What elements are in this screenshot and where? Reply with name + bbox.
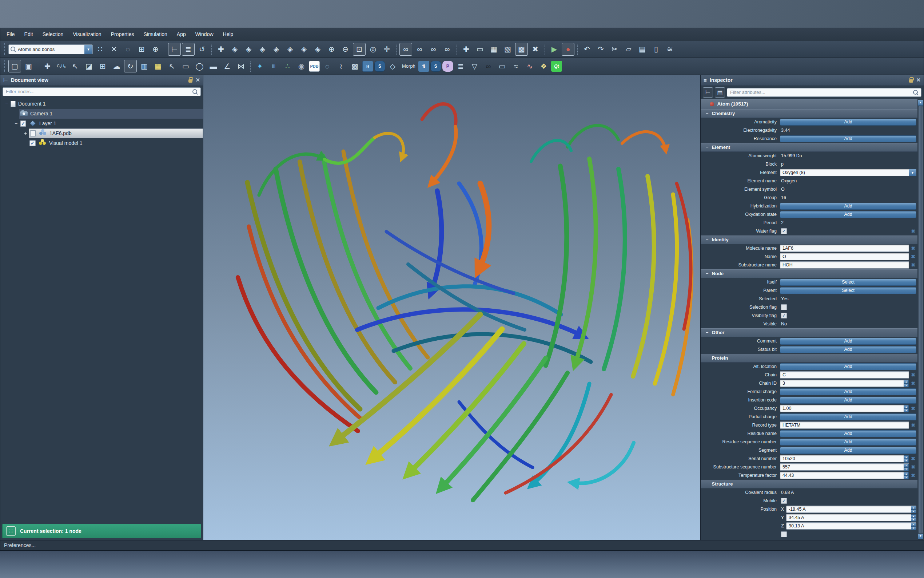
center-view-button[interactable]: ◎ xyxy=(367,43,379,56)
menu-properties[interactable]: Properties xyxy=(106,28,139,41)
itself-select-button[interactable]: Select xyxy=(780,279,916,286)
residue-name-add-button[interactable]: Add xyxy=(780,430,916,437)
layers-button[interactable]: ≋ xyxy=(663,43,676,56)
viewport-3d[interactable] xyxy=(203,75,700,540)
toolbar-handle[interactable] xyxy=(4,43,6,55)
scroll-up-button[interactable]: ▲ xyxy=(918,100,923,106)
alt-location-add-button[interactable]: Add xyxy=(780,363,916,370)
substructure-sequence-number-spinner[interactable]: 557▴▾ xyxy=(780,463,909,471)
viewport-snapshot-button[interactable]: ▣ xyxy=(22,60,35,72)
capsule-app-button[interactable]: ▭ xyxy=(496,60,508,72)
periodic-table-tool-button[interactable]: ▦ xyxy=(152,60,164,72)
section-header-chemistry[interactable]: −Chemistry xyxy=(701,109,918,118)
scroll-down-button[interactable]: ▼ xyxy=(918,534,923,539)
spin-down-button[interactable]: ▾ xyxy=(911,510,916,513)
parent-select-button[interactable]: Select xyxy=(780,287,916,294)
copy-button[interactable]: ▱ xyxy=(622,43,635,56)
qt-quick-app-button[interactable]: Qt xyxy=(551,61,562,72)
tree-item-layer-1[interactable]: −✓Layer 1 xyxy=(0,119,203,128)
ball-stick-app-button[interactable]: ∴ xyxy=(281,60,294,72)
redo-button[interactable]: ↷ xyxy=(594,43,607,56)
dihedral-measure-tool-button[interactable]: ⋈ xyxy=(235,60,248,72)
lattice-creator-tool-button[interactable]: ⊞ xyxy=(96,60,109,72)
play-simulation-button[interactable]: ▶ xyxy=(548,43,561,56)
spin-down-button[interactable]: ▾ xyxy=(904,476,909,479)
toolbar-handle[interactable] xyxy=(4,60,6,72)
chain-linker-app-button[interactable]: ∞ xyxy=(482,60,495,72)
residue-sequence-number-add-button[interactable]: Add xyxy=(780,438,916,445)
hybridization-add-button[interactable]: Add xyxy=(780,203,916,209)
spin-down-button[interactable]: ▾ xyxy=(904,384,909,387)
combo-dropdown-button[interactable]: ▾ xyxy=(84,45,92,54)
view-orientation-5-button[interactable]: ◈ xyxy=(284,43,296,56)
clear-attribute-button[interactable]: ✖ xyxy=(910,254,916,260)
fit-view-button[interactable]: ✛ xyxy=(380,43,393,56)
spin-up-button[interactable]: ▴ xyxy=(904,472,909,476)
selection-filter-combo[interactable]: Atoms and bonds▾ xyxy=(8,44,93,54)
serial-number-spinner[interactable]: 10520▴▾ xyxy=(780,455,909,462)
chain-field[interactable]: C xyxy=(780,371,909,378)
inspect-node-tree-button[interactable]: ⊢ xyxy=(703,88,713,97)
menu-edit[interactable]: Edit xyxy=(19,28,38,41)
record-button[interactable]: ● xyxy=(562,43,574,56)
spin-down-button[interactable]: ▾ xyxy=(911,518,916,521)
paste-button[interactable]: ▤ xyxy=(636,43,649,56)
report-app-button[interactable]: ≣ xyxy=(455,60,467,72)
close-panel-icon[interactable]: ✕ xyxy=(916,77,921,83)
chemical-formula-tool-button[interactable]: C₂H₆ xyxy=(55,60,68,72)
position-spinner[interactable]: -18.45 A▴▾ xyxy=(786,506,916,513)
scroll-thumb[interactable] xyxy=(919,106,922,533)
spin-down-button[interactable]: ▾ xyxy=(904,468,909,471)
section-header-node[interactable]: −Node xyxy=(701,270,918,278)
insertion-code-add-button[interactable]: Add xyxy=(780,397,916,404)
close-panel-icon[interactable]: ✕ xyxy=(195,77,200,83)
clear-attribute-button[interactable]: ✖ xyxy=(910,406,916,411)
visibility-flag-checkbox[interactable]: ✓ xyxy=(781,313,787,318)
rectangle-selection-tool-button[interactable]: ▭ xyxy=(180,60,192,72)
secondary-structure-app-button[interactable]: ✦ xyxy=(254,60,266,72)
tree-item-visual-model-1[interactable]: ✓Visual model 1 xyxy=(0,138,203,148)
clear-attribute-button[interactable]: ✖ xyxy=(910,464,916,470)
point-cloud-app-button[interactable]: P xyxy=(442,61,453,72)
spin-up-button[interactable]: ▴ xyxy=(904,380,909,384)
zoom-region-button[interactable]: ⊡ xyxy=(353,43,366,56)
spin-up-button[interactable]: ▴ xyxy=(904,405,909,409)
select-filter-add-button[interactable]: ⊕ xyxy=(149,43,162,56)
clear-attribute-button[interactable]: ✖ xyxy=(910,380,916,386)
partial-charge-add-button[interactable]: Add xyxy=(780,414,916,421)
add-camera-button[interactable]: ✚ xyxy=(215,43,227,56)
menu-app[interactable]: App xyxy=(172,28,191,41)
section-header-other[interactable]: −Other xyxy=(701,328,918,337)
angle-measure-tool-button[interactable]: ∠ xyxy=(221,60,233,72)
eraser-tool-button[interactable]: ◪ xyxy=(83,60,95,72)
select-nodes-button[interactable]: ∷ xyxy=(94,43,107,56)
filter-app-button[interactable]: ▽ xyxy=(468,60,481,72)
segment-add-button[interactable]: Add xyxy=(780,447,916,454)
lasso-selection-tool-button[interactable]: ☁ xyxy=(110,60,123,72)
zoom-in-button[interactable]: ⊕ xyxy=(325,43,338,56)
select-add-button[interactable]: ⊞ xyxy=(135,43,148,56)
menu-help[interactable]: Help xyxy=(218,28,238,41)
molecule-name-field[interactable]: 1AF6 xyxy=(780,245,909,252)
aromaticity-add-button[interactable]: Add xyxy=(780,119,916,125)
menu-file[interactable]: File xyxy=(2,28,19,41)
spin-down-button[interactable]: ▾ xyxy=(911,526,916,530)
sphere-grid-app-button[interactable]: ◌ xyxy=(321,60,333,72)
spin-up-button[interactable]: ▴ xyxy=(911,523,916,526)
tree-expander[interactable]: − xyxy=(13,120,19,126)
dropdown-arrow-button[interactable]: ▾ xyxy=(909,169,916,176)
samson-connect-app-button[interactable]: S xyxy=(374,61,385,72)
position-y-spinner[interactable]: 34.45 A▴▾ xyxy=(786,514,916,521)
visibility-checkbox[interactable]: ✓ xyxy=(20,120,26,127)
attribute-checkbox[interactable] xyxy=(781,531,787,537)
lock-panel-icon[interactable] xyxy=(188,80,193,83)
save-all-button[interactable]: ▩ xyxy=(515,43,528,56)
formal-charge-add-button[interactable]: Add xyxy=(780,388,916,395)
inspect-documents-button[interactable]: ▤ xyxy=(715,88,725,97)
cut-button[interactable]: ✂ xyxy=(608,43,621,56)
position-z-spinner[interactable]: 90.13 A▴▾ xyxy=(786,522,916,529)
section-header-element[interactable]: −Element xyxy=(701,143,918,152)
name-field[interactable]: O xyxy=(780,253,909,260)
add-atom-tool-button[interactable]: ✚ xyxy=(41,60,54,72)
ellipse-selection-tool-button[interactable]: ◯ xyxy=(193,60,206,72)
